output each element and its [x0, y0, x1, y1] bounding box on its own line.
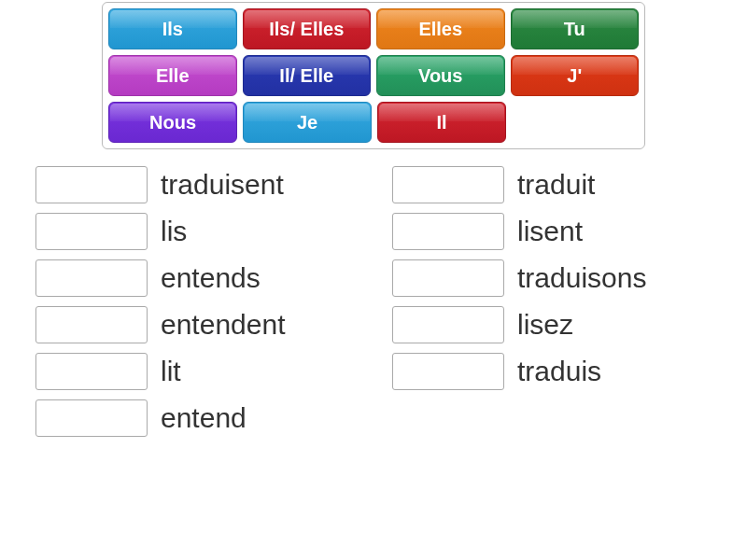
pronoun-tile-elles[interactable]: Elles: [376, 8, 505, 49]
verb-text: lis: [161, 216, 187, 247]
pronoun-tile-il[interactable]: Il: [377, 102, 506, 143]
drop-slot[interactable]: [392, 353, 504, 390]
answer-item: traduisons: [392, 259, 712, 297]
verb-text: lisent: [517, 216, 583, 247]
drop-slot[interactable]: [35, 399, 148, 437]
tile-label: Nous: [149, 112, 196, 133]
drop-slot[interactable]: [35, 306, 148, 343]
pronoun-tile-je[interactable]: Je: [243, 102, 372, 143]
tile-label: Il: [436, 112, 446, 133]
drop-slot[interactable]: [35, 166, 148, 203]
draggable-tiles-container: Ils Ils/ Elles Elles Tu Elle Il/ Elle Vo…: [102, 2, 645, 149]
answer-item: entendent: [35, 306, 355, 343]
pronoun-tile-nous[interactable]: Nous: [108, 102, 237, 143]
verb-text: entends: [161, 262, 261, 294]
answer-item: lisent: [392, 213, 712, 250]
tile-label: Il/ Elle: [279, 65, 333, 87]
tile-label: J': [567, 65, 582, 87]
drop-slot[interactable]: [392, 166, 504, 203]
pronoun-tile-il-elle[interactable]: Il/ Elle: [243, 55, 372, 96]
tile-label: Ils: [162, 19, 183, 40]
answer-item: traduis: [392, 353, 712, 390]
answer-item: lis: [35, 213, 355, 250]
tile-label: Ils/ Elles: [269, 19, 344, 40]
tile-label: Elle: [156, 65, 190, 87]
answer-item: entends: [35, 259, 355, 297]
verb-text: traduisons: [517, 262, 646, 294]
drop-slot[interactable]: [392, 259, 504, 297]
drop-slot[interactable]: [35, 213, 148, 250]
answer-item: lit: [35, 353, 355, 390]
tile-label: Je: [297, 112, 317, 133]
verb-text: traduit: [517, 169, 595, 201]
pronoun-tile-tu[interactable]: Tu: [511, 8, 640, 49]
pronoun-tile-ils-elles[interactable]: Ils/ Elles: [243, 8, 372, 49]
verb-text: entendent: [161, 309, 285, 341]
answers-grid: traduisent traduit lis lisent entends tr…: [28, 166, 719, 437]
drop-slot[interactable]: [392, 306, 504, 343]
drop-slot[interactable]: [392, 213, 504, 250]
tile-label: Tu: [564, 19, 585, 40]
pronoun-tile-elle[interactable]: Elle: [108, 55, 237, 96]
verb-text: traduisent: [161, 169, 284, 201]
drop-slot[interactable]: [35, 353, 148, 390]
verb-text: traduis: [517, 356, 601, 387]
answer-item: lisez: [392, 306, 712, 343]
pronoun-tile-vous[interactable]: Vous: [376, 55, 505, 96]
pronoun-tile-j[interactable]: J': [511, 55, 640, 96]
verb-text: lit: [161, 356, 181, 387]
verb-text: lisez: [517, 309, 573, 341]
drop-slot[interactable]: [35, 259, 148, 297]
answer-item: traduisent: [35, 166, 355, 203]
verb-text: entend: [161, 402, 247, 434]
pronoun-tile-ils[interactable]: Ils: [108, 8, 237, 49]
tile-label: Vous: [418, 65, 462, 87]
answer-item: entend: [35, 399, 355, 437]
answer-item: traduit: [392, 166, 712, 203]
tile-label: Elles: [418, 19, 462, 40]
